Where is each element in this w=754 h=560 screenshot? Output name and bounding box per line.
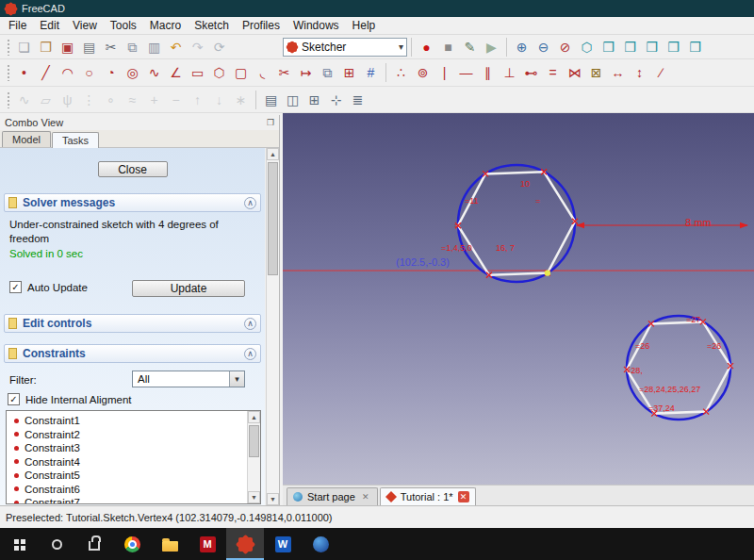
carbon-copy-icon[interactable]: ⊞ (338, 62, 360, 83)
toolbar-drag-handle[interactable] (7, 64, 10, 81)
auto-update-checkbox[interactable]: ✓ (9, 281, 22, 293)
view-right-icon[interactable]: ❒ (641, 37, 663, 58)
menu-item[interactable]: Windows (287, 17, 346, 34)
constraint-list-item[interactable]: Constraint7 (10, 496, 245, 504)
copy-icon[interactable]: ⧉ (122, 37, 143, 58)
constrain-distance-x-icon[interactable]: ↔ (607, 62, 629, 83)
paste-icon[interactable]: ▥ (143, 37, 165, 58)
toolbar-drag-handle[interactable] (7, 39, 10, 56)
chrome-icon[interactable] (113, 528, 151, 560)
constraint-filter-select[interactable]: All ▾ (132, 371, 245, 387)
constrain-point-on-object-icon[interactable]: ⊚ (412, 62, 434, 83)
scroll-down-icon[interactable]: ▼ (248, 491, 260, 503)
redo-icon[interactable]: ↷ (187, 37, 208, 58)
scroll-up-icon[interactable]: ▲ (267, 148, 279, 160)
scroll-down-icon[interactable]: ▼ (267, 493, 279, 505)
menu-item[interactable]: View (66, 17, 104, 34)
bspline-control-polygon-icon[interactable]: ▱ (35, 90, 57, 110)
create-conic-icon[interactable]: ◔ (100, 62, 122, 83)
freecad-taskbar-icon[interactable] (226, 528, 264, 560)
view-isometric-icon[interactable]: ⬡ (576, 37, 598, 58)
zoom-in-icon[interactable]: ⊕ (511, 37, 533, 58)
preselected-vertex[interactable] (545, 270, 550, 275)
virtual-space-icon[interactable]: ◫ (282, 90, 303, 110)
globe-app-icon[interactable] (302, 528, 339, 560)
create-circle-icon[interactable]: ○ (78, 62, 100, 83)
close-task-button[interactable]: Close (98, 161, 168, 177)
cut-icon[interactable]: ✂ (100, 37, 122, 58)
dimension-line-8mm[interactable] (576, 222, 748, 228)
construction-circle-2[interactable] (627, 316, 730, 420)
collapse-chevron-icon[interactable]: ∧ (244, 318, 256, 330)
collapse-chevron-icon[interactable]: ∧ (244, 197, 256, 209)
toolbar-drag-handle[interactable] (7, 91, 10, 108)
new-file-icon[interactable]: ❏ (13, 37, 35, 58)
constrain-coincident-icon[interactable]: ∴ (390, 62, 412, 83)
trim-edge-icon[interactable]: ✂ (273, 62, 295, 83)
collapse-chevron-icon[interactable]: ∧ (244, 348, 256, 360)
workbench-selector[interactable]: Sketcher ▾ (283, 38, 407, 57)
menu-item[interactable]: File (2, 17, 33, 34)
tab-close-icon[interactable]: ✕ (360, 491, 371, 502)
create-arc-icon[interactable]: ◠ (57, 62, 78, 83)
scroll-up-icon[interactable]: ▲ (248, 411, 260, 423)
toggle-construction-icon[interactable]: # (360, 62, 382, 83)
word-icon[interactable]: W (264, 528, 302, 560)
tab-close-icon[interactable]: ✕ (458, 491, 469, 502)
tab-model[interactable]: Model (2, 131, 51, 147)
refresh-icon[interactable]: ⟳ (208, 37, 230, 58)
menu-item[interactable]: Help (346, 17, 383, 34)
constrain-symmetric-icon[interactable]: ⋈ (564, 62, 585, 83)
constrain-vertical-icon[interactable]: | (434, 62, 455, 83)
tab-start-page[interactable]: Start page ✕ (287, 487, 378, 505)
section-constraints[interactable]: Constraints ∧ (4, 344, 261, 363)
extend-edge-icon[interactable]: ↦ (295, 62, 317, 83)
create-point-icon[interactable]: • (13, 62, 35, 83)
select-elements-icon[interactable]: ▤ (260, 90, 282, 110)
create-rectangle-icon[interactable]: ▭ (187, 62, 208, 83)
snap-toggle-icon[interactable]: ⊹ (325, 90, 347, 110)
constraint-list-scrollbar[interactable]: ▲ ▼ (247, 411, 260, 503)
print-icon[interactable]: ▤ (78, 37, 100, 58)
menu-item[interactable]: Sketch (188, 17, 236, 34)
constraint-list-item[interactable]: Constraint2 (10, 428, 245, 442)
view-front-icon[interactable]: ❒ (598, 37, 619, 58)
update-button[interactable]: Update (132, 280, 245, 297)
draw-style-icon[interactable]: ⊘ (554, 37, 576, 58)
float-panel-icon[interactable]: ❐ (267, 118, 274, 127)
constraint-list-item[interactable]: Constraint4 (10, 455, 245, 469)
insert-knot-icon[interactable]: ∗ (230, 90, 252, 110)
tab-tasks[interactable]: Tasks (52, 132, 99, 148)
decrease-knot-multiplicity-icon[interactable]: ↓ (208, 90, 230, 110)
menu-item[interactable]: Macro (143, 17, 188, 34)
zoom-out-icon[interactable]: ⊖ (533, 37, 554, 58)
constrain-parallel-icon[interactable]: ∥ (477, 62, 499, 83)
search-icon[interactable] (38, 528, 75, 560)
convert-to-nurbs-icon[interactable]: ≈ (122, 90, 143, 110)
hexagon-2[interactable] (627, 321, 730, 413)
constraint-list-item[interactable]: Constraint6 (10, 483, 245, 497)
hexagon-1[interactable] (458, 172, 575, 274)
constraint-list-item[interactable]: Constraint3 (10, 441, 245, 455)
view-rear-icon[interactable]: ❒ (663, 37, 684, 58)
constrain-distance-icon[interactable]: ∕ (650, 62, 672, 83)
bspline-knot-multiplicity-icon[interactable]: ⋮ (78, 90, 100, 110)
macro-record-icon[interactable]: ● (416, 37, 437, 58)
bspline-degree-icon[interactable]: ∿ (13, 90, 35, 110)
create-line-icon[interactable]: ╱ (35, 62, 57, 83)
hide-internal-alignment-checkbox[interactable]: ✓ (8, 393, 20, 405)
view-left-icon[interactable]: ❒ (684, 37, 706, 58)
macro-stop-icon[interactable]: ■ (437, 37, 459, 58)
constrain-equal-icon[interactable]: = (542, 62, 564, 83)
tasks-panel-scrollbar[interactable]: ▲ ▼ (266, 148, 279, 505)
store-icon[interactable] (75, 528, 113, 560)
create-fillet-icon[interactable]: ◟ (252, 62, 273, 83)
create-ellipse-icon[interactable]: ◎ (122, 62, 143, 83)
menu-item[interactable]: Profiles (236, 17, 287, 34)
create-polyline-icon[interactable]: ∠ (165, 62, 187, 83)
menu-item[interactable]: Edit (33, 17, 66, 34)
section-edit-controls[interactable]: Edit controls ∧ (4, 314, 261, 333)
constrain-tangent-icon[interactable]: ⊷ (520, 62, 542, 83)
create-polygon-icon[interactable]: ⬡ (208, 62, 230, 83)
macro-edit-icon[interactable]: ✎ (459, 37, 481, 58)
